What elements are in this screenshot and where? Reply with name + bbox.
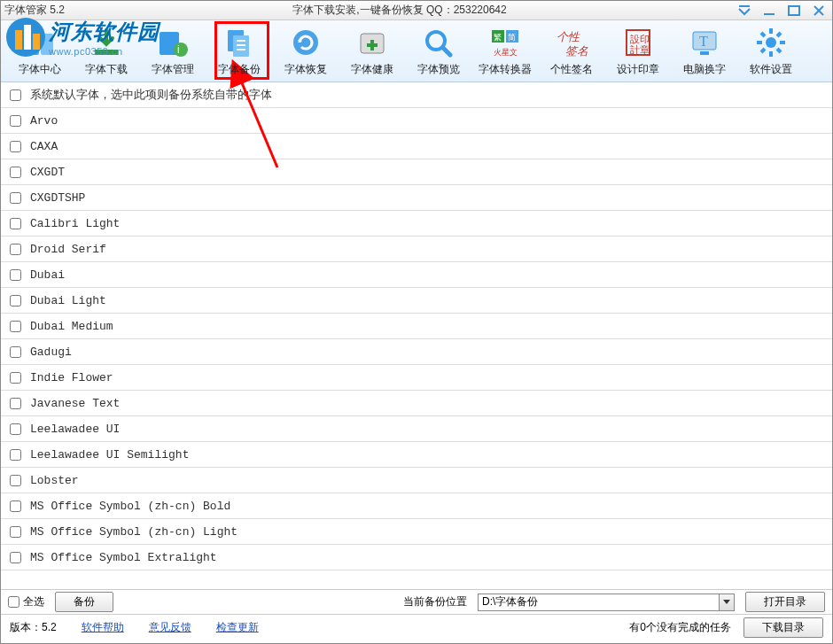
toolbar-stamp[interactable]: 設印計章设计印章 bbox=[604, 22, 671, 81]
font-row[interactable]: 系统默认字体，选中此项则备份系统自带的字体 bbox=[1, 82, 832, 108]
window-subtitle: 字体下载安装,一键备份恢复 QQ：253220642 bbox=[65, 3, 735, 18]
svg-text:个性: 个性 bbox=[557, 30, 580, 43]
font-checkbox[interactable] bbox=[10, 475, 21, 486]
svg-rect-37 bbox=[700, 51, 709, 55]
preview-icon bbox=[420, 25, 457, 60]
font-checkbox[interactable] bbox=[10, 372, 21, 384]
backup-path-input[interactable] bbox=[478, 594, 735, 611]
toolbar-convert[interactable]: 繁简火星文字体转换器 bbox=[471, 22, 538, 81]
font-name-label: MS Office Symbol Extralight bbox=[30, 551, 217, 564]
font-checkbox[interactable] bbox=[10, 244, 21, 255]
close-button[interactable] bbox=[809, 3, 829, 19]
font-row[interactable]: Dubai bbox=[1, 262, 832, 288]
font-name-label: Leelawadee UI bbox=[30, 423, 120, 436]
font-name-label: Calibri Light bbox=[30, 217, 120, 230]
path-label: 当前备份位置 bbox=[403, 594, 467, 609]
svg-line-45 bbox=[777, 33, 781, 36]
manage-icon: i bbox=[154, 25, 191, 60]
font-checkbox[interactable] bbox=[10, 167, 21, 178]
toolbar-font-center[interactable]: A字体中心 bbox=[6, 22, 73, 81]
toolbar-backup[interactable]: 字体备份 bbox=[206, 22, 272, 81]
font-name-label: CXGDTSHP bbox=[30, 191, 85, 205]
svg-line-44 bbox=[777, 49, 781, 52]
font-checkbox[interactable] bbox=[10, 526, 21, 538]
font-checkbox[interactable] bbox=[10, 269, 21, 281]
font-list[interactable]: 系统默认字体，选中此项则备份系统自带的字体ArvoCAXACXGDTCXGDTS… bbox=[1, 82, 832, 589]
font-name-label: Gadugi bbox=[30, 345, 72, 359]
font-row[interactable]: MS Office Symbol Extralight bbox=[1, 545, 832, 570]
font-center-icon: A bbox=[21, 25, 58, 60]
svg-text:設印: 設印 bbox=[630, 34, 650, 44]
svg-point-21 bbox=[293, 30, 318, 55]
help-link[interactable]: 软件帮助 bbox=[82, 620, 124, 635]
font-checkbox[interactable] bbox=[10, 449, 21, 461]
font-row[interactable]: Dubai Medium bbox=[1, 314, 832, 339]
chevron-down-icon[interactable] bbox=[719, 594, 734, 610]
update-link[interactable]: 检查更新 bbox=[216, 620, 259, 635]
font-name-label: MS Office Symbol (zh-cn) Light bbox=[30, 525, 237, 539]
font-name-label: CAXA bbox=[30, 140, 58, 153]
font-row[interactable]: Calibri Light bbox=[1, 211, 832, 237]
toolbar-settings[interactable]: 软件设置 bbox=[737, 22, 804, 81]
feedback-link[interactable]: 意见反馈 bbox=[149, 620, 191, 635]
svg-rect-12 bbox=[95, 50, 118, 55]
font-checkbox[interactable] bbox=[10, 218, 21, 229]
stamp-icon: 設印計章 bbox=[619, 25, 657, 60]
toolbar-replace[interactable]: T电脑换字 bbox=[671, 22, 737, 81]
font-checkbox[interactable] bbox=[10, 141, 21, 152]
font-name-label: Dubai bbox=[30, 268, 65, 282]
font-row[interactable]: Arvo bbox=[1, 108, 832, 134]
font-name-label: 系统默认字体，选中此项则备份系统自带的字体 bbox=[30, 87, 272, 103]
svg-text:签名: 签名 bbox=[565, 44, 588, 58]
svg-line-43 bbox=[761, 33, 765, 36]
toolbar-restore[interactable]: 字体恢复 bbox=[272, 22, 339, 81]
backup-button[interactable]: 备份 bbox=[55, 592, 113, 612]
font-name-label: MS Office Symbol (zh-cn) Bold bbox=[30, 500, 230, 513]
font-row[interactable]: MS Office Symbol (zh-cn) Bold bbox=[1, 493, 832, 519]
font-row[interactable]: Lobster bbox=[1, 468, 832, 493]
minimize-button[interactable] bbox=[759, 3, 779, 19]
window-title: 字体管家 5.2 bbox=[4, 3, 65, 18]
font-row[interactable]: MS Office Symbol (zh-cn) Light bbox=[1, 519, 832, 545]
font-row[interactable]: Droid Serif bbox=[1, 237, 832, 262]
font-checkbox[interactable] bbox=[10, 423, 21, 435]
font-row[interactable]: Indie Flower bbox=[1, 365, 832, 391]
dropdown-icon[interactable] bbox=[735, 3, 754, 19]
toolbar-preview[interactable]: 字体预览 bbox=[405, 22, 471, 81]
font-row[interactable]: CXGDTSHP bbox=[1, 185, 832, 211]
font-checkbox[interactable] bbox=[10, 398, 21, 409]
font-checkbox[interactable] bbox=[10, 552, 21, 563]
font-checkbox[interactable] bbox=[10, 89, 21, 101]
toolbar-label: 字体下载 bbox=[85, 62, 128, 77]
font-row[interactable]: CAXA bbox=[1, 134, 832, 159]
svg-text:A: A bbox=[33, 36, 42, 50]
font-name-label: Leelawadee UI Semilight bbox=[30, 448, 189, 462]
svg-rect-10 bbox=[41, 34, 53, 55]
font-row[interactable]: Leelawadee UI Semilight bbox=[1, 442, 832, 468]
version-label: 版本：5.2 bbox=[10, 620, 57, 635]
select-all-checkbox[interactable]: 全选 bbox=[8, 594, 44, 609]
maximize-button[interactable] bbox=[784, 3, 804, 19]
font-checkbox[interactable] bbox=[10, 321, 21, 332]
toolbar-label: 字体预览 bbox=[417, 62, 460, 77]
toolbar-label: 字体中心 bbox=[19, 62, 61, 77]
font-row[interactable]: Dubai Light bbox=[1, 288, 832, 314]
toolbar-health[interactable]: 字体健康 bbox=[339, 22, 405, 81]
font-checkbox[interactable] bbox=[10, 295, 21, 306]
font-checkbox[interactable] bbox=[10, 192, 21, 204]
toolbar-download[interactable]: 字体下载 bbox=[73, 22, 139, 81]
toolbar-manage[interactable]: i字体管理 bbox=[139, 22, 206, 81]
font-row[interactable]: Leelawadee UI bbox=[1, 416, 832, 442]
toolbar-signature[interactable]: 个性签名个性签名 bbox=[538, 22, 604, 81]
tasks-text: 有0个没有完成的任务 bbox=[629, 620, 731, 635]
font-row[interactable]: Gadugi bbox=[1, 339, 832, 365]
toolbar-label: 字体备份 bbox=[218, 62, 261, 77]
open-dir-button[interactable]: 打开目录 bbox=[745, 592, 825, 612]
download-list-button[interactable]: 下载目录 bbox=[743, 617, 823, 638]
font-checkbox[interactable] bbox=[10, 500, 21, 512]
font-row[interactable]: CXGDT bbox=[1, 159, 832, 185]
font-checkbox[interactable] bbox=[10, 346, 21, 358]
font-checkbox[interactable] bbox=[10, 115, 21, 127]
font-row[interactable]: Javanese Text bbox=[1, 391, 832, 416]
signature-icon: 个性签名 bbox=[553, 25, 590, 60]
